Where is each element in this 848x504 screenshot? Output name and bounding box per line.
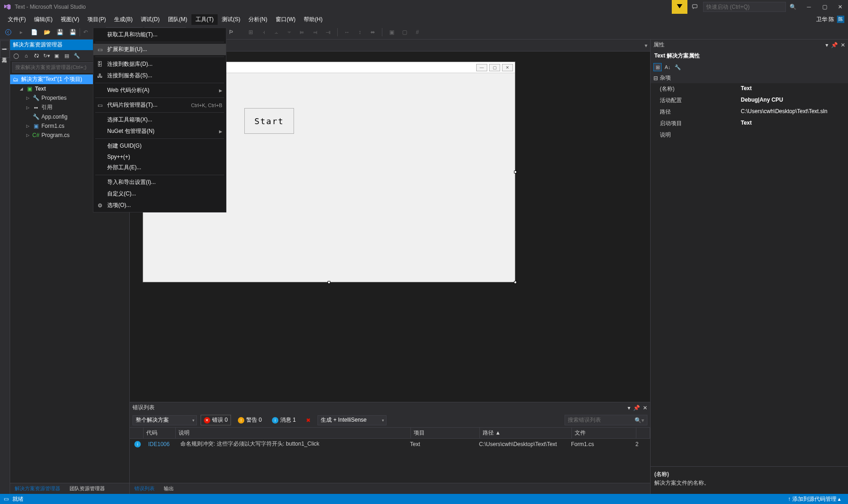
error-search-input[interactable]: 搜索错误列表 🔍▾ <box>565 415 647 425</box>
save-all-icon[interactable]: 💾 <box>67 27 78 38</box>
expander-icon[interactable]: ▷ <box>25 124 30 128</box>
show-all-icon[interactable]: ▤ <box>63 52 71 60</box>
filter-errors[interactable]: ✕ 错误 0 <box>201 415 231 425</box>
categorized-icon[interactable]: ⊞ <box>653 63 662 71</box>
col-code[interactable]: 代码 <box>144 428 176 438</box>
grid-icon[interactable]: ⊞ <box>245 27 256 38</box>
panel-menu-icon[interactable]: ▾ <box>628 405 630 411</box>
nav-fwd-icon[interactable]: ▸ <box>16 27 27 38</box>
send-back-icon[interactable]: ▢ <box>399 27 410 38</box>
resize-handle-right[interactable] <box>514 171 517 173</box>
align-icon[interactable]: 🏳 <box>226 27 237 38</box>
tools-menu-item[interactable]: 导入和导出设置(I)... <box>93 177 226 188</box>
align-top-icon[interactable]: ⫢ <box>297 27 308 38</box>
tools-menu-item[interactable]: Spy++(+) <box>93 152 226 162</box>
menu-window[interactable]: 窗口(W) <box>271 14 300 25</box>
menu-team[interactable]: 团队(M) <box>164 14 191 25</box>
minimize-button[interactable]: ─ <box>801 0 817 14</box>
menu-project[interactable]: 项目(P) <box>83 14 110 25</box>
align-center-icon[interactable]: ⫠ <box>271 27 282 38</box>
pin-icon[interactable]: 📌 <box>831 42 838 48</box>
expander-icon[interactable]: ▷ <box>25 133 30 137</box>
prop-row[interactable]: 活动配置Debug|Any CPU <box>651 95 848 106</box>
menu-test[interactable]: 测试(S) <box>218 14 244 25</box>
new-project-icon[interactable]: 📄 <box>29 27 40 38</box>
open-file-icon[interactable]: 📂 <box>41 27 52 38</box>
vspace-icon[interactable]: ↕ <box>354 27 365 38</box>
menu-tools[interactable]: 工具(T) <box>191 14 218 25</box>
scope-dropdown[interactable]: 整个解决方案 <box>133 415 197 425</box>
expander-icon[interactable]: ◢ <box>18 86 24 91</box>
menu-debug[interactable]: 调试(D) <box>137 14 164 25</box>
resize-handle-bottom[interactable] <box>328 281 330 284</box>
prop-category[interactable]: ⊟ 杂项 <box>651 73 848 83</box>
pin-icon[interactable]: 📌 <box>633 405 640 411</box>
error-row[interactable]: i IDE1006 命名规则冲突: 这些字必须以大写字符开头: button1_… <box>130 439 650 449</box>
tools-menu-item[interactable]: Web 代码分析(A)▶ <box>93 85 226 96</box>
filter-warnings[interactable]: ! 警告 0 <box>235 415 265 425</box>
feedback-icon[interactable] <box>687 0 703 14</box>
col-path[interactable]: 路径 ▲ <box>480 428 572 438</box>
sync-icon[interactable]: 🗘 <box>32 52 40 60</box>
prop-row[interactable]: (名称)Text <box>651 83 848 95</box>
tools-menu-item[interactable]: 🖧连接到服务器(S)... <box>93 70 226 81</box>
tools-menu-item[interactable]: NuGet 包管理器(N)▶ <box>93 126 226 137</box>
tab-error-list[interactable]: 错误列表 <box>130 483 159 494</box>
back-icon[interactable]: ◯ <box>12 52 20 60</box>
menu-analyze[interactable]: 分析(N) <box>244 14 271 25</box>
col-file[interactable]: 文件 <box>572 428 636 438</box>
prop-row[interactable]: 启动项目Text <box>651 118 848 129</box>
tools-menu-item[interactable]: 获取工具和功能(T)... <box>93 29 226 40</box>
tab-solution-explorer[interactable]: 解决方案资源管理器 <box>10 483 65 494</box>
tools-menu-item[interactable]: 自定义(C)... <box>93 188 226 200</box>
error-code-link[interactable]: IDE1006 <box>146 441 179 447</box>
maximize-button[interactable]: ▢ <box>817 0 832 14</box>
tools-menu-item[interactable]: 外部工具(E)... <box>93 162 226 173</box>
align-right-icon[interactable]: ⫟ <box>284 27 295 38</box>
build-filter-dropdown[interactable]: 生成 + IntelliSense <box>317 415 387 425</box>
properties-icon[interactable]: 🔧 <box>73 52 81 60</box>
expander-icon[interactable]: ▷ <box>25 96 30 100</box>
collapse-icon[interactable]: ▣ <box>52 52 61 60</box>
expander-icon[interactable]: ▷ <box>25 105 30 110</box>
bring-front-icon[interactable]: ▣ <box>386 27 397 38</box>
rail-tab-server-explorer[interactable]: 服务器资源管理器 <box>0 40 10 49</box>
size-icon[interactable]: ⬌ <box>367 27 378 38</box>
nav-back-icon[interactable] <box>3 27 14 38</box>
prop-row[interactable]: 说明 <box>651 129 848 141</box>
close-panel-icon[interactable]: ✕ <box>841 42 845 48</box>
col-project[interactable]: 项目 <box>411 428 480 438</box>
tab-overflow-icon[interactable]: ▾ <box>645 42 647 49</box>
refresh-icon[interactable]: ↻▾ <box>42 52 51 60</box>
prop-row[interactable]: 路径C:\Users\cwh\Desktop\Text\Text.sln <box>651 106 848 118</box>
col-desc[interactable]: 说明 <box>176 428 411 438</box>
menu-help[interactable]: 帮助(H) <box>300 14 327 25</box>
notifications-icon[interactable] <box>672 0 687 14</box>
menu-build[interactable]: 生成(B) <box>110 14 137 25</box>
align-mid-icon[interactable]: ⫤ <box>310 27 321 38</box>
tools-menu-item[interactable]: ▭扩展和更新(U)... <box>93 44 226 55</box>
tools-menu-item[interactable]: ▭代码片段管理器(T)...Ctrl+K, Ctrl+B <box>93 99 226 111</box>
tools-menu-item[interactable]: ⚙选项(O)... <box>93 200 226 211</box>
tab-output[interactable]: 输出 <box>159 483 179 494</box>
props-wrench-icon[interactable]: 🔧 <box>674 63 682 71</box>
status-scm[interactable]: ↑ 添加到源代码管理 ▴ <box>784 495 844 503</box>
search-icon[interactable]: 🔍 <box>790 4 796 10</box>
user-name[interactable]: 卫华 陈 <box>816 16 834 23</box>
menu-file[interactable]: 文件(F) <box>4 14 30 25</box>
align-left-icon[interactable]: ⫞ <box>258 27 269 38</box>
tools-menu-item[interactable]: 🗄连接到数据库(D)... <box>93 58 226 70</box>
filter-clear[interactable]: ✖ <box>303 416 314 425</box>
collapse-icon[interactable]: ⊟ <box>653 75 658 81</box>
quick-launch-input[interactable]: 快速启动 (Ctrl+Q) <box>703 2 786 12</box>
tools-menu-item[interactable]: 选择工具箱项(X)... <box>93 114 226 126</box>
tab-order-icon[interactable]: # <box>412 27 423 38</box>
menu-view[interactable]: 视图(V) <box>57 14 83 25</box>
menu-edit[interactable]: 编辑(E) <box>30 14 57 25</box>
home-icon[interactable]: ⌂ <box>22 52 30 60</box>
resize-handle-corner[interactable] <box>514 281 517 284</box>
panel-menu-icon[interactable]: ▾ <box>825 42 828 48</box>
form-start-button[interactable]: Start <box>244 108 294 134</box>
close-panel-icon[interactable]: ✕ <box>643 405 647 411</box>
hspace-icon[interactable]: ↔ <box>341 27 352 38</box>
